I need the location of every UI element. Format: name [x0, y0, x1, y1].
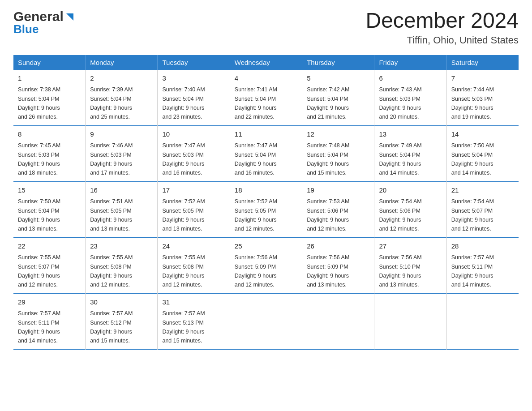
calendar-cell: 11Sunrise: 7:47 AMSunset: 5:04 PMDayligh…	[230, 125, 302, 181]
day-info: Sunrise: 7:55 AMSunset: 5:08 PMDaylight:…	[90, 254, 133, 288]
calendar-week-row: 8Sunrise: 7:45 AMSunset: 5:03 PMDaylight…	[13, 125, 519, 181]
logo-blue-text: Blue	[13, 22, 39, 36]
calendar-table: SundayMondayTuesdayWednesdayThursdayFrid…	[13, 55, 519, 350]
day-number: 15	[18, 185, 81, 196]
calendar-cell: 24Sunrise: 7:55 AMSunset: 5:08 PMDayligh…	[158, 237, 230, 293]
calendar-title: December 2024	[365, 9, 519, 33]
weekday-header-sunday: Sunday	[13, 55, 86, 70]
day-number: 21	[451, 185, 514, 196]
calendar-week-row: 1Sunrise: 7:38 AMSunset: 5:04 PMDaylight…	[13, 70, 519, 126]
day-info: Sunrise: 7:57 AMSunset: 5:13 PMDaylight:…	[162, 310, 205, 344]
weekday-header-saturday: Saturday	[446, 55, 519, 70]
calendar-location: Tiffin, Ohio, United States	[365, 34, 519, 46]
weekday-header-wednesday: Wednesday	[230, 55, 302, 70]
day-info: Sunrise: 7:56 AMSunset: 5:09 PMDaylight:…	[307, 254, 349, 288]
day-number: 24	[162, 241, 225, 252]
calendar-cell: 15Sunrise: 7:50 AMSunset: 5:04 PMDayligh…	[13, 181, 86, 237]
calendar-cell	[230, 293, 302, 349]
day-info: Sunrise: 7:47 AMSunset: 5:03 PMDaylight:…	[162, 142, 205, 176]
day-number: 2	[90, 73, 153, 84]
calendar-cell: 25Sunrise: 7:56 AMSunset: 5:09 PMDayligh…	[230, 237, 302, 293]
day-info: Sunrise: 7:57 AMSunset: 5:11 PMDaylight:…	[451, 254, 494, 288]
calendar-cell	[446, 293, 519, 349]
calendar-cell: 17Sunrise: 7:52 AMSunset: 5:05 PMDayligh…	[158, 181, 230, 237]
logo: General Blue	[13, 9, 74, 36]
calendar-cell	[374, 293, 446, 349]
day-number: 3	[162, 73, 225, 84]
day-number: 5	[307, 73, 369, 84]
day-info: Sunrise: 7:55 AMSunset: 5:07 PMDaylight:…	[18, 254, 60, 288]
day-info: Sunrise: 7:56 AMSunset: 5:09 PMDaylight:…	[235, 254, 277, 288]
day-info: Sunrise: 7:56 AMSunset: 5:10 PMDaylight:…	[379, 254, 421, 288]
day-number: 4	[235, 73, 297, 84]
calendar-cell: 5Sunrise: 7:42 AMSunset: 5:04 PMDaylight…	[302, 70, 374, 126]
logo-general-text: General	[13, 9, 64, 24]
calendar-cell: 7Sunrise: 7:44 AMSunset: 5:03 PMDaylight…	[446, 70, 519, 126]
calendar-cell: 28Sunrise: 7:57 AMSunset: 5:11 PMDayligh…	[446, 237, 519, 293]
day-number: 23	[90, 241, 153, 252]
day-number: 14	[451, 129, 514, 140]
day-number: 12	[307, 129, 369, 140]
calendar-cell: 26Sunrise: 7:56 AMSunset: 5:09 PMDayligh…	[302, 237, 374, 293]
day-info: Sunrise: 7:40 AMSunset: 5:04 PMDaylight:…	[162, 86, 205, 120]
day-number: 26	[307, 241, 369, 252]
day-info: Sunrise: 7:41 AMSunset: 5:04 PMDaylight:…	[235, 86, 277, 120]
calendar-cell: 2Sunrise: 7:39 AMSunset: 5:04 PMDaylight…	[86, 70, 158, 126]
day-info: Sunrise: 7:48 AMSunset: 5:04 PMDaylight:…	[307, 142, 349, 176]
calendar-cell: 4Sunrise: 7:41 AMSunset: 5:04 PMDaylight…	[230, 70, 302, 126]
day-number: 22	[18, 241, 81, 252]
day-info: Sunrise: 7:57 AMSunset: 5:12 PMDaylight:…	[90, 310, 133, 344]
day-number: 10	[162, 129, 225, 140]
day-number: 16	[90, 185, 153, 196]
calendar-cell: 29Sunrise: 7:57 AMSunset: 5:11 PMDayligh…	[13, 293, 86, 349]
calendar-cell: 21Sunrise: 7:54 AMSunset: 5:07 PMDayligh…	[446, 181, 519, 237]
day-info: Sunrise: 7:42 AMSunset: 5:04 PMDaylight:…	[307, 86, 349, 120]
day-info: Sunrise: 7:54 AMSunset: 5:06 PMDaylight:…	[379, 198, 421, 232]
day-info: Sunrise: 7:50 AMSunset: 5:04 PMDaylight:…	[18, 198, 60, 232]
day-info: Sunrise: 7:44 AMSunset: 5:03 PMDaylight:…	[451, 86, 494, 120]
calendar-cell: 14Sunrise: 7:50 AMSunset: 5:04 PMDayligh…	[446, 125, 519, 181]
calendar-cell: 18Sunrise: 7:52 AMSunset: 5:05 PMDayligh…	[230, 181, 302, 237]
day-info: Sunrise: 7:45 AMSunset: 5:03 PMDaylight:…	[18, 142, 60, 176]
day-info: Sunrise: 7:52 AMSunset: 5:05 PMDaylight:…	[235, 198, 277, 232]
day-number: 29	[18, 297, 81, 308]
calendar-week-row: 22Sunrise: 7:55 AMSunset: 5:07 PMDayligh…	[13, 237, 519, 293]
day-info: Sunrise: 7:50 AMSunset: 5:04 PMDaylight:…	[451, 142, 494, 176]
day-number: 7	[451, 73, 514, 84]
calendar-week-row: 29Sunrise: 7:57 AMSunset: 5:11 PMDayligh…	[13, 293, 519, 349]
day-number: 17	[162, 185, 225, 196]
calendar-cell	[302, 293, 374, 349]
calendar-cell: 20Sunrise: 7:54 AMSunset: 5:06 PMDayligh…	[374, 181, 446, 237]
day-number: 19	[307, 185, 369, 196]
day-info: Sunrise: 7:38 AMSunset: 5:04 PMDaylight:…	[18, 86, 60, 120]
day-number: 20	[379, 185, 442, 196]
day-info: Sunrise: 7:57 AMSunset: 5:11 PMDaylight:…	[18, 310, 60, 344]
calendar-cell: 16Sunrise: 7:51 AMSunset: 5:05 PMDayligh…	[86, 181, 158, 237]
svg-marker-0	[66, 13, 73, 21]
day-info: Sunrise: 7:54 AMSunset: 5:07 PMDaylight:…	[451, 198, 494, 232]
calendar-cell: 12Sunrise: 7:48 AMSunset: 5:04 PMDayligh…	[302, 125, 374, 181]
day-number: 31	[162, 297, 225, 308]
day-number: 6	[379, 73, 442, 84]
weekday-header-row: SundayMondayTuesdayWednesdayThursdayFrid…	[13, 55, 519, 70]
calendar-cell: 27Sunrise: 7:56 AMSunset: 5:10 PMDayligh…	[374, 237, 446, 293]
calendar-cell: 19Sunrise: 7:53 AMSunset: 5:06 PMDayligh…	[302, 181, 374, 237]
day-info: Sunrise: 7:55 AMSunset: 5:08 PMDaylight:…	[162, 254, 205, 288]
day-number: 13	[379, 129, 442, 140]
day-number: 25	[235, 241, 297, 252]
calendar-week-row: 15Sunrise: 7:50 AMSunset: 5:04 PMDayligh…	[13, 181, 519, 237]
day-number: 9	[90, 129, 153, 140]
day-number: 18	[235, 185, 297, 196]
calendar-cell: 6Sunrise: 7:43 AMSunset: 5:03 PMDaylight…	[374, 70, 446, 126]
day-number: 28	[451, 241, 514, 252]
weekday-header-monday: Monday	[86, 55, 158, 70]
day-info: Sunrise: 7:51 AMSunset: 5:05 PMDaylight:…	[90, 198, 133, 232]
day-info: Sunrise: 7:39 AMSunset: 5:04 PMDaylight:…	[90, 86, 133, 120]
day-number: 11	[235, 129, 297, 140]
day-info: Sunrise: 7:43 AMSunset: 5:03 PMDaylight:…	[379, 86, 421, 120]
day-number: 1	[18, 73, 81, 84]
day-info: Sunrise: 7:52 AMSunset: 5:05 PMDaylight:…	[162, 198, 205, 232]
calendar-cell: 22Sunrise: 7:55 AMSunset: 5:07 PMDayligh…	[13, 237, 86, 293]
calendar-cell: 30Sunrise: 7:57 AMSunset: 5:12 PMDayligh…	[86, 293, 158, 349]
day-info: Sunrise: 7:47 AMSunset: 5:04 PMDaylight:…	[235, 142, 277, 176]
